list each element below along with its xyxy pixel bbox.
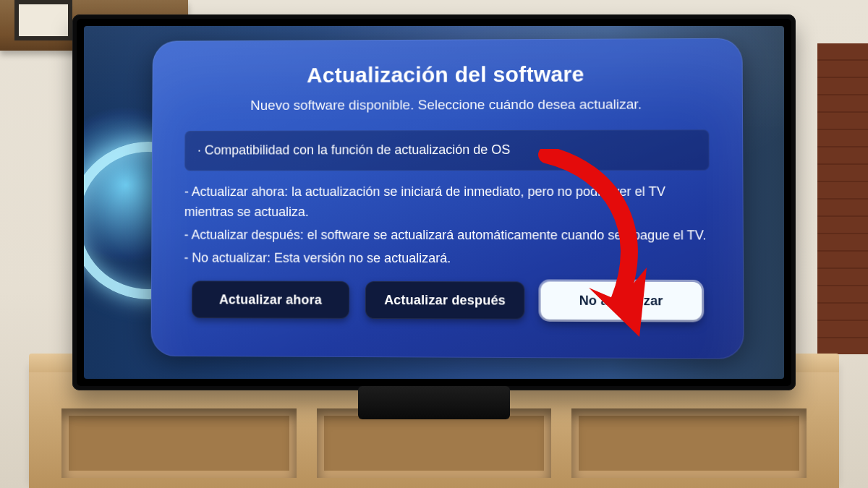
- brick-wall: [817, 43, 868, 354]
- tv-frame: Actualización del software Nuevo softwar…: [72, 14, 796, 390]
- update-later-button[interactable]: Actualizar después: [365, 281, 524, 320]
- tv-stand-foot: [358, 386, 510, 419]
- picture-frame: [14, 0, 72, 40]
- release-notes-panel: · Compatibilidad con la función de actua…: [184, 129, 709, 171]
- update-now-button[interactable]: Actualizar ahora: [192, 281, 349, 320]
- desc-update-now: - Actualizar ahora: la actualización se …: [184, 182, 710, 223]
- dialog-button-row: Actualizar ahora Actualizar después No a…: [184, 281, 710, 320]
- desc-update-later: - Actualizar después: el software se act…: [184, 225, 710, 246]
- option-descriptions: - Actualizar ahora: la actualización se …: [184, 182, 710, 270]
- release-notes-line: · Compatibilidad con la función de actua…: [197, 142, 510, 158]
- software-update-dialog: Actualización del software Nuevo softwar…: [150, 38, 744, 359]
- desc-no-update: - No actualizar: Esta versión no se actu…: [184, 248, 710, 269]
- photo-scene: Actualización del software Nuevo softwar…: [0, 0, 868, 488]
- tv-screen: Actualización del software Nuevo softwar…: [84, 26, 784, 379]
- dialog-title: Actualización del software: [185, 61, 709, 88]
- no-update-button[interactable]: No actualizar: [540, 282, 702, 320]
- dialog-subtitle: Nuevo software disponible. Seleccione cu…: [185, 96, 710, 114]
